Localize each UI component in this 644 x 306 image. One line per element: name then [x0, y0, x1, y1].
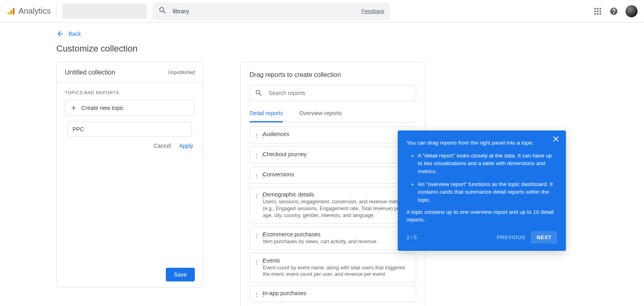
account-selector-redacted[interactable]: [62, 4, 147, 19]
search-icon: [255, 89, 263, 97]
create-topic-button[interactable]: Create new topic: [65, 100, 195, 116]
search-input[interactable]: [173, 8, 356, 14]
help-icon[interactable]: [609, 7, 618, 16]
close-icon: [551, 134, 560, 143]
back-button[interactable]: Back: [0, 30, 644, 38]
collection-name: Untitled collection: [65, 69, 115, 76]
topic-name-input[interactable]: [67, 122, 192, 137]
feedback-link[interactable]: Feedback: [361, 8, 384, 14]
svg-rect-10: [597, 13, 599, 14]
analytics-logo-icon: [6, 7, 15, 16]
drag-handle-icon[interactable]: ⋮⋮: [254, 259, 259, 265]
drag-handle-icon[interactable]: ⋮⋮: [254, 193, 259, 199]
page-title: Customize collection: [0, 43, 644, 54]
search-icon: [158, 6, 167, 16]
report-row[interactable]: ⋮⋮Checkout journey: [250, 147, 416, 163]
report-title: Audiences: [263, 131, 412, 137]
topics-section-label: TOPICS AND REPORTS: [65, 90, 195, 95]
product-logo[interactable]: Analytics: [6, 6, 51, 16]
report-row[interactable]: ⋮⋮Demographic detailsUsers, sessions, en…: [250, 187, 416, 223]
tab-overview-reports[interactable]: Overview reports: [299, 110, 342, 122]
cancel-button[interactable]: Cancel: [153, 143, 171, 149]
svg-rect-2: [13, 8, 15, 14]
report-description: Users, sessions, engagement, conversion,…: [263, 198, 412, 219]
tooltip-next-button[interactable]: NEXT: [531, 231, 557, 244]
tooltip-intro: You can drag reports from the right pane…: [407, 139, 557, 147]
collection-editor-card: Untitled collection Unpublished TOPICS A…: [56, 62, 203, 287]
report-row[interactable]: ⋮⋮Audiences: [250, 126, 416, 143]
arrow-left-icon: [56, 30, 64, 38]
global-search[interactable]: Feedback: [153, 2, 390, 20]
svg-rect-7: [597, 10, 599, 12]
tooltip-close-button[interactable]: [551, 134, 562, 145]
apps-icon[interactable]: [593, 7, 602, 16]
drag-handle-icon[interactable]: ⋮⋮: [254, 292, 259, 298]
create-topic-label: Create new topic: [81, 105, 124, 111]
reports-card-title: Drag reports to create collection: [250, 71, 416, 79]
report-search-input[interactable]: [268, 90, 411, 96]
product-name: Analytics: [19, 6, 51, 16]
report-row[interactable]: ⋮⋮Conversions: [250, 167, 416, 184]
back-label: Back: [68, 31, 81, 37]
svg-rect-5: [600, 8, 601, 9]
tooltip-bullet: An "overview report" functions as the to…: [418, 180, 557, 204]
tooltip-bullet: A "detail report" looks closely at the d…: [418, 152, 557, 176]
drag-handle-icon[interactable]: ⋮⋮: [254, 153, 259, 159]
svg-rect-4: [597, 8, 599, 9]
report-row[interactable]: ⋮⋮Ecommerce purchasesItem purchases by v…: [250, 227, 416, 250]
svg-rect-3: [594, 8, 596, 9]
report-description: Item purchases by views, cart activity, …: [263, 238, 412, 245]
svg-rect-1: [10, 10, 12, 14]
apply-button[interactable]: Apply: [179, 143, 193, 149]
report-title: In-app purchases: [263, 290, 412, 296]
divider: [56, 6, 57, 17]
tooltip-outro: A topic contains up to one overview repo…: [407, 209, 557, 224]
top-bar: Analytics Feedback: [0, 0, 644, 23]
report-title: Events: [263, 257, 412, 264]
drag-handle-icon[interactable]: ⋮⋮: [254, 173, 259, 179]
drag-handle-icon[interactable]: ⋮⋮: [254, 132, 259, 139]
report-description: Event count by event name, along with to…: [263, 265, 412, 278]
svg-rect-8: [600, 10, 601, 12]
tab-detail-reports[interactable]: Detail reports: [250, 110, 283, 122]
svg-rect-6: [594, 10, 596, 12]
account-avatar[interactable]: [625, 5, 638, 17]
report-search[interactable]: [250, 85, 416, 101]
plus-icon: [70, 104, 77, 112]
report-title: Checkout journey: [263, 151, 412, 157]
report-title: Conversions: [263, 171, 412, 178]
tooltip-previous-button[interactable]: PREVIOUS: [491, 231, 531, 244]
svg-rect-9: [594, 13, 596, 14]
collection-status: Unpublished: [168, 70, 195, 75]
save-button[interactable]: Save: [166, 268, 195, 281]
report-row[interactable]: ⋮⋮EventsEvent count by event name, along…: [250, 253, 416, 283]
svg-rect-0: [8, 12, 10, 14]
report-title: Demographic details: [263, 191, 412, 198]
onboarding-tooltip: You can drag reports from the right pane…: [398, 130, 566, 251]
report-tabs: Detail reports Overview reports: [250, 110, 416, 122]
svg-rect-11: [600, 13, 601, 14]
report-title: Ecommerce purchases: [263, 231, 412, 238]
tooltip-step-counter: 2 / 5: [407, 234, 417, 240]
report-row[interactable]: ⋮⋮In-app purchases: [250, 285, 416, 302]
drag-handle-icon[interactable]: ⋮⋮: [254, 233, 259, 239]
